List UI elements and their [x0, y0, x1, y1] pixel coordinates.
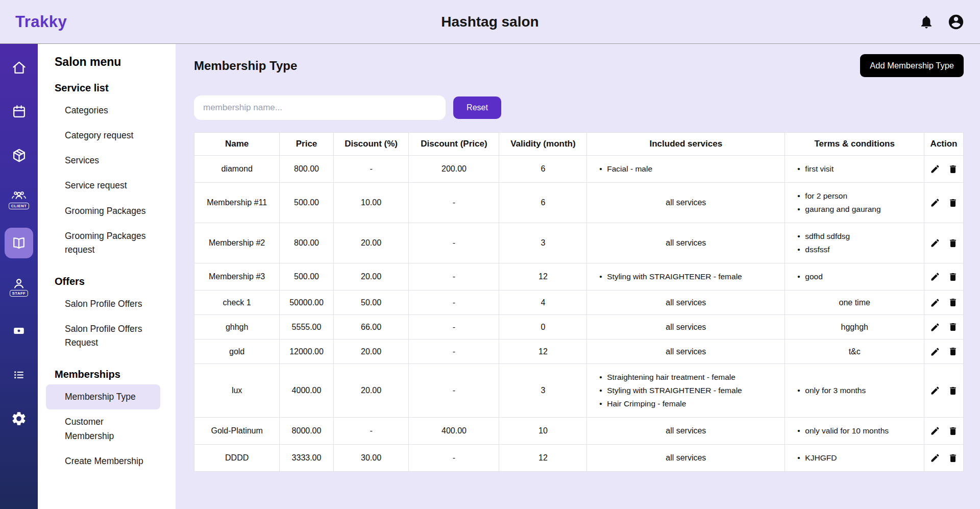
discount-pct-cell: 66.00 [333, 315, 409, 340]
profile-avatar-icon[interactable] [947, 13, 965, 31]
name-cell: DDDD [194, 445, 280, 472]
price-cell: 800.00 [280, 156, 333, 183]
edit-pencil-icon[interactable] [930, 385, 940, 396]
discount-price-cell: 400.00 [409, 418, 499, 445]
rail-item-home-icon[interactable] [5, 52, 33, 83]
delete-trash-icon[interactable] [948, 426, 958, 437]
name-cell: gold [194, 340, 280, 364]
discount-price-cell: - [409, 364, 499, 418]
sidebar-item[interactable]: Membership Type [46, 384, 160, 409]
delete-trash-icon[interactable] [948, 346, 958, 357]
sidebar-item[interactable]: Service request [46, 173, 160, 198]
filter-row: Reset [194, 95, 964, 120]
edit-pencil-icon[interactable] [930, 426, 940, 436]
edit-pencil-icon[interactable] [930, 298, 940, 308]
sidebar-item[interactable]: Category request [46, 123, 160, 148]
delete-trash-icon[interactable] [948, 297, 958, 308]
salon-menu-sidebar: Salon menu Service listCategoriesCategor… [38, 44, 176, 509]
edit-pencil-icon[interactable] [930, 198, 940, 208]
sidebar-item[interactable]: Customer Membership [46, 409, 160, 448]
table-row: lux4000.0020.00-3Straightening hair trea… [194, 364, 964, 418]
sidebar-item[interactable]: Categories [46, 98, 160, 123]
name-cell: lux [194, 364, 280, 418]
discount-price-cell: - [409, 223, 499, 263]
app-window: Trakky Hashtag salon CLIENTSTAFF Salon m… [0, 0, 980, 509]
action-cell [924, 364, 964, 418]
add-membership-type-button[interactable]: Add Membership Type [860, 54, 964, 77]
terms-conditions-cell: for 2 persongaurang and gaurang [785, 183, 924, 223]
validity-cell: 12 [499, 340, 587, 364]
discount-price-cell: - [409, 315, 499, 340]
edit-pencil-icon[interactable] [930, 453, 940, 463]
brand-logo[interactable]: Trakky [15, 13, 67, 31]
terms-conditions-cell: only valid for 10 months [785, 418, 924, 445]
rail-item-payments-icon[interactable] [5, 316, 33, 346]
delete-trash-icon[interactable] [948, 198, 958, 208]
price-cell: 800.00 [280, 223, 333, 263]
table-header-row: NamePriceDiscount (%)Discount (Price)Val… [194, 133, 964, 156]
included-services-cell: Straightening hair treatment - femaleSty… [587, 364, 785, 418]
terms-conditions-cell: hgghgh [785, 315, 924, 340]
edit-pencil-icon[interactable] [930, 164, 940, 174]
sidebar-item[interactable]: Create Membership [46, 449, 160, 474]
action-cell [924, 315, 964, 340]
name-cell: check 1 [194, 290, 280, 315]
discount-pct-cell: 20.00 [333, 263, 409, 290]
name-cell: Gold-Platinum [194, 418, 280, 445]
delete-trash-icon[interactable] [948, 322, 958, 332]
rail-item-clients-icon[interactable]: CLIENT [5, 184, 33, 214]
rail-item-settings-icon[interactable] [5, 403, 33, 434]
terms-conditions-cell: good [785, 263, 924, 290]
sidebar-item[interactable]: Salon Profile Offers Request [46, 317, 160, 355]
sidebar-item[interactable]: Grooming Packages request [46, 224, 160, 262]
action-cell [924, 223, 964, 263]
rail-item-memberships-book-icon[interactable] [5, 228, 33, 258]
terms-conditions-cell: one time [785, 290, 924, 315]
table-row: Membership #11500.0010.00-6all servicesf… [194, 183, 964, 223]
rail-item-list-icon[interactable] [5, 359, 33, 390]
delete-trash-icon[interactable] [948, 238, 958, 249]
validity-cell: 4 [499, 290, 587, 315]
table-row: Membership #2800.0020.00-3all servicessd… [194, 223, 964, 263]
name-cell: Membership #11 [194, 183, 280, 223]
rail-item-calendar-icon[interactable] [5, 96, 33, 127]
delete-trash-icon[interactable] [948, 164, 958, 175]
edit-pencil-icon[interactable] [930, 238, 940, 248]
notifications-bell-icon[interactable] [919, 14, 934, 30]
validity-cell: 12 [499, 263, 587, 290]
reset-button[interactable]: Reset [453, 96, 501, 119]
action-cell [924, 290, 964, 315]
sidebar-item[interactable]: Services [46, 148, 160, 173]
action-cell [924, 183, 964, 223]
price-cell: 5555.00 [280, 315, 333, 340]
rail-item-staff-icon[interactable]: STAFF [5, 272, 33, 302]
discount-price-cell: 200.00 [409, 156, 499, 183]
table-row: diamond800.00-200.006Facial - malefirst … [194, 156, 964, 183]
sidebar-title: Salon menu [46, 55, 167, 69]
edit-pencil-icon[interactable] [930, 347, 940, 357]
sidebar-section-heading: Offers [46, 276, 167, 287]
action-cell [924, 263, 964, 290]
validity-cell: 3 [499, 223, 587, 263]
rail-item-package-icon[interactable] [5, 140, 33, 171]
membership-type-table: NamePriceDiscount (%)Discount (Price)Val… [194, 132, 964, 472]
icon-rail: CLIENTSTAFF [0, 44, 38, 509]
included-services-cell: all services [587, 223, 785, 263]
edit-pencil-icon[interactable] [930, 322, 940, 332]
validity-cell: 3 [499, 364, 587, 418]
name-cell: Membership #3 [194, 263, 280, 290]
terms-conditions-cell: t&c [785, 340, 924, 364]
price-cell: 500.00 [280, 263, 333, 290]
delete-trash-icon[interactable] [948, 272, 958, 282]
sidebar-item[interactable]: Salon Profile Offers [46, 292, 160, 317]
delete-trash-icon[interactable] [948, 385, 958, 396]
edit-pencil-icon[interactable] [930, 272, 940, 282]
page-header-title: Hashtag salon [0, 14, 980, 30]
included-services-cell: all services [587, 183, 785, 223]
sidebar-item[interactable]: Grooming Packages [46, 199, 160, 224]
name-cell: ghhgh [194, 315, 280, 340]
price-cell: 8000.00 [280, 418, 333, 445]
membership-name-search-input[interactable] [194, 95, 446, 120]
name-cell: diamond [194, 156, 280, 183]
delete-trash-icon[interactable] [948, 453, 958, 464]
